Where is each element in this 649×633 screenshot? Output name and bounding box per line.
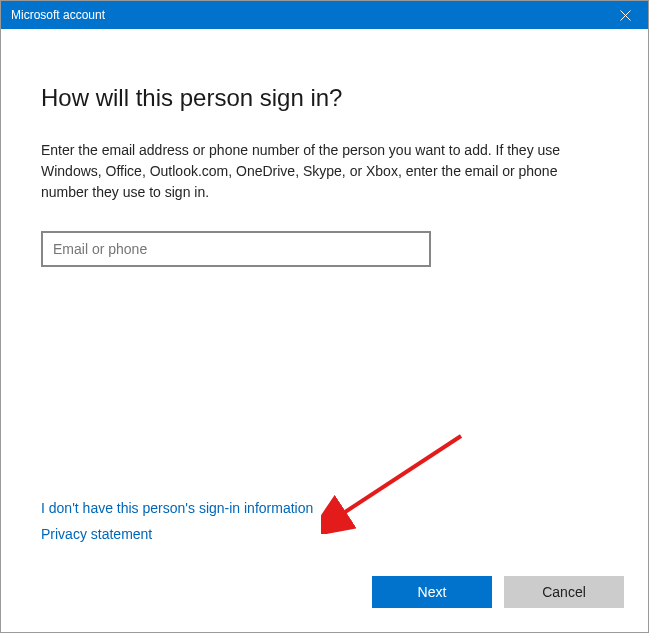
dialog-window: Microsoft account How will this person s… xyxy=(0,0,649,633)
title-bar: Microsoft account xyxy=(1,1,648,29)
spacer xyxy=(41,267,608,500)
privacy-statement-link[interactable]: Privacy statement xyxy=(41,526,152,542)
close-button[interactable] xyxy=(602,1,648,29)
page-heading: How will this person sign in? xyxy=(41,84,608,112)
next-button[interactable]: Next xyxy=(372,576,492,608)
links-section: I don't have this person's sign-in infor… xyxy=(41,500,608,552)
dialog-content: How will this person sign in? Enter the … xyxy=(1,29,648,632)
no-signin-info-link[interactable]: I don't have this person's sign-in infor… xyxy=(41,500,313,516)
page-description: Enter the email address or phone number … xyxy=(41,140,601,203)
email-phone-input[interactable] xyxy=(41,231,431,267)
window-title: Microsoft account xyxy=(11,1,105,29)
close-icon xyxy=(620,10,631,21)
cancel-button[interactable]: Cancel xyxy=(504,576,624,608)
dialog-footer: Next Cancel xyxy=(1,576,648,632)
